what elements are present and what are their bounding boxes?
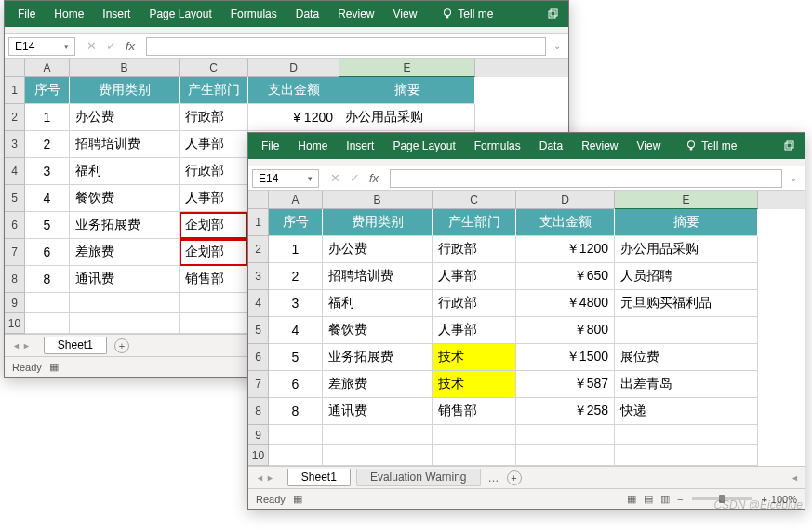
tab-home[interactable]: Home (45, 1, 93, 27)
name-box-dropdown-icon[interactable]: ▾ (64, 42, 69, 51)
tab-review[interactable]: Review (572, 133, 627, 159)
row-header[interactable]: 3 (248, 263, 269, 290)
cell[interactable]: 人员招聘 (615, 263, 758, 290)
cell[interactable]: 1 (25, 104, 70, 131)
cell[interactable] (516, 445, 615, 466)
view-page-break-icon[interactable]: ▥ (660, 493, 670, 505)
cell[interactable]: ￥1200 (516, 236, 615, 263)
tab-page-layout[interactable]: Page Layout (140, 1, 220, 27)
restore-window-icon[interactable] (779, 140, 801, 152)
header-cell[interactable]: 摘要 (339, 77, 475, 104)
tab-formulas[interactable]: Formulas (465, 133, 530, 159)
cell[interactable]: 3 (25, 158, 70, 185)
header-cell[interactable]: 支出金额 (248, 77, 339, 104)
cell[interactable]: 人事部 (180, 131, 248, 158)
row-header[interactable]: 7 (5, 239, 25, 266)
sheet-tab-overflow[interactable]: … (488, 471, 499, 484)
tab-insert[interactable]: Insert (93, 1, 140, 27)
cell[interactable] (25, 313, 70, 334)
row-header[interactable]: 9 (248, 425, 269, 445)
col-header-c[interactable]: C (433, 191, 516, 209)
cell[interactable]: 办公费 (70, 104, 180, 131)
sheet-tab-eval-warning[interactable]: Evaluation Warning (356, 469, 481, 486)
cell[interactable]: 人事部 (180, 185, 248, 212)
view-normal-icon[interactable]: ▦ (627, 493, 636, 505)
row-header[interactable]: 1 (5, 77, 25, 104)
header-cell[interactable]: 支出金额 (516, 209, 615, 236)
cell[interactable] (323, 425, 433, 445)
tab-file[interactable]: File (8, 1, 45, 27)
row-header[interactable]: 2 (5, 104, 25, 131)
cell[interactable] (269, 425, 323, 445)
tab-file[interactable]: File (252, 133, 288, 159)
cell[interactable]: 8 (269, 398, 323, 425)
tab-data[interactable]: Data (286, 1, 328, 27)
cell[interactable]: ￥800 (516, 317, 615, 344)
row-header[interactable]: 10 (248, 445, 269, 466)
tab-view[interactable]: View (628, 133, 671, 159)
sheet-nav-prev-icon[interactable]: ◄ (256, 473, 264, 483)
cell[interactable] (433, 425, 516, 445)
formula-expand-icon[interactable]: ⌄ (786, 173, 801, 183)
cell[interactable]: 技术 (433, 344, 516, 371)
cell[interactable]: 办公费 (323, 236, 433, 263)
cell[interactable]: 业务拓展费 (70, 212, 180, 239)
row-header[interactable]: 9 (5, 293, 25, 313)
cell[interactable]: 企划部 (180, 239, 248, 266)
cell[interactable]: 人事部 (433, 263, 516, 290)
tab-page-layout[interactable]: Page Layout (383, 133, 464, 159)
cell[interactable]: 行政部 (180, 158, 248, 185)
cell[interactable]: 销售部 (433, 398, 516, 425)
cell[interactable]: 差旅费 (70, 239, 180, 266)
tell-me[interactable]: Tell me (670, 133, 746, 159)
cell[interactable]: 通讯费 (323, 398, 433, 425)
cancel-icon[interactable]: ✕ (330, 171, 340, 185)
tell-me[interactable]: Tell me (426, 1, 502, 27)
cell[interactable]: ￥4800 (516, 290, 615, 317)
cell[interactable]: 招聘培训费 (323, 263, 433, 290)
cell[interactable]: 6 (269, 371, 323, 398)
cell[interactable]: 办公用品采购 (615, 236, 758, 263)
row-header[interactable]: 3 (5, 131, 25, 158)
cell[interactable]: 办公用品采购 (339, 104, 475, 131)
add-sheet-button[interactable]: + (507, 470, 522, 485)
cell[interactable] (70, 313, 180, 334)
cell[interactable]: 展位费 (615, 344, 758, 371)
cell[interactable]: 行政部 (433, 290, 516, 317)
cell[interactable]: 2 (269, 263, 323, 290)
cell[interactable]: 行政部 (180, 104, 248, 131)
formula-bar[interactable] (146, 37, 546, 56)
zoom-out-icon[interactable]: − (677, 494, 683, 505)
name-box[interactable]: E14 ▾ (252, 169, 319, 188)
cell[interactable] (269, 445, 323, 466)
row-header[interactable]: 10 (5, 313, 25, 334)
cell[interactable]: 餐饮费 (70, 185, 180, 212)
sheet-nav-next-icon[interactable]: ► (266, 473, 274, 483)
row-header[interactable]: 6 (5, 212, 25, 239)
cell[interactable]: 出差青岛 (615, 371, 758, 398)
col-header-c[interactable]: C (180, 59, 248, 77)
cell[interactable]: 6 (25, 239, 70, 266)
cell[interactable]: 餐饮费 (323, 317, 433, 344)
cell[interactable]: 5 (269, 344, 323, 371)
fx-icon[interactable]: fx (126, 39, 135, 53)
cell[interactable] (615, 445, 758, 466)
cell[interactable]: 5 (25, 212, 70, 239)
cell[interactable]: 1 (269, 236, 323, 263)
cell[interactable]: 8 (25, 266, 70, 293)
cell[interactable]: 福利 (70, 158, 180, 185)
cell[interactable]: 3 (269, 290, 323, 317)
cell[interactable]: ￥587 (516, 371, 615, 398)
row-header[interactable]: 1 (248, 209, 269, 236)
row-header[interactable]: 6 (248, 344, 269, 371)
cell[interactable]: 快递 (615, 398, 758, 425)
select-all-corner[interactable] (5, 59, 25, 77)
cell[interactable] (180, 293, 248, 313)
cell[interactable] (180, 313, 248, 334)
col-header-d[interactable]: D (248, 59, 339, 77)
sheet-tab-sheet1[interactable]: Sheet1 (44, 337, 107, 354)
sheet-tab-sheet1[interactable]: Sheet1 (287, 469, 351, 486)
hscroll-left-icon[interactable]: ◄ (785, 473, 805, 483)
row-header[interactable]: 5 (5, 185, 25, 212)
cell[interactable]: 业务拓展费 (323, 344, 433, 371)
